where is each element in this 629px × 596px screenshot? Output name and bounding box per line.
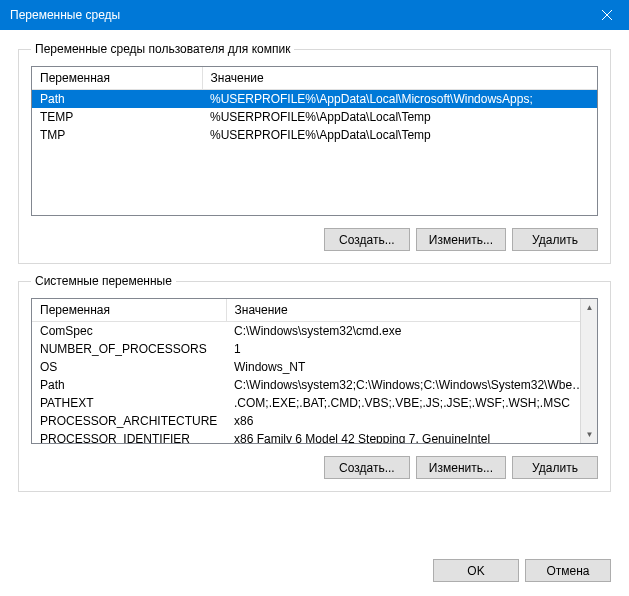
user-buttons-row: Создать... Изменить... Удалить [31,228,598,251]
table-row[interactable]: Path C:\Windows\system32;C:\Windows;C:\W… [32,376,597,394]
cell-variable: TMP [32,126,202,144]
user-edit-button[interactable]: Изменить... [416,228,506,251]
cell-value: .COM;.EXE;.BAT;.CMD;.VBS;.VBE;.JS;.JSE;.… [226,394,597,412]
cell-variable: Path [32,90,202,109]
cancel-button[interactable]: Отмена [525,559,611,582]
cell-value: C:\Windows\system32\cmd.exe [226,322,597,341]
user-col-variable[interactable]: Переменная [32,67,202,90]
table-row[interactable]: PROCESSOR_IDENTIFIER x86 Family 6 Model … [32,430,597,444]
scroll-down-icon[interactable]: ▼ [581,426,598,443]
close-button[interactable] [584,0,629,30]
titlebar: Переменные среды [0,0,629,30]
cell-value: C:\Windows\system32;C:\Windows;C:\Window… [226,376,597,394]
cell-variable: PROCESSOR_ARCHITECTURE [32,412,226,430]
system-vars-legend: Системные переменные [31,274,176,288]
cell-variable: Path [32,376,226,394]
user-vars-group: Переменные среды пользователя для компик… [18,42,611,264]
cell-value: %USERPROFILE%\AppData\Local\Microsoft\Wi… [202,90,597,109]
scrollbar[interactable]: ▲ ▼ [580,299,597,443]
cell-variable: OS [32,358,226,376]
table-row[interactable]: OS Windows_NT [32,358,597,376]
cell-variable: PROCESSOR_IDENTIFIER [32,430,226,444]
user-vars-legend: Переменные среды пользователя для компик [31,42,294,56]
user-vars-table-wrap: Переменная Значение Path %USERPROFILE%\A… [31,66,598,216]
close-icon [602,10,612,20]
dialog-footer: OK Отмена [18,553,611,582]
table-row[interactable]: PROCESSOR_ARCHITECTURE x86 [32,412,597,430]
env-vars-dialog: Переменные среды Переменные среды пользо… [0,0,629,596]
user-create-button[interactable]: Создать... [324,228,410,251]
system-buttons-row: Создать... Изменить... Удалить [31,456,598,479]
cell-value: x86 [226,412,597,430]
window-title: Переменные среды [10,8,120,22]
cell-value: x86 Family 6 Model 42 Stepping 7, Genuin… [226,430,597,444]
table-row[interactable]: TMP %USERPROFILE%\AppData\Local\Temp [32,126,597,144]
cell-variable: PATHEXT [32,394,226,412]
table-row[interactable]: NUMBER_OF_PROCESSORS 1 [32,340,597,358]
system-create-button[interactable]: Создать... [324,456,410,479]
ok-button[interactable]: OK [433,559,519,582]
cell-value: %USERPROFILE%\AppData\Local\Temp [202,108,597,126]
cell-variable: NUMBER_OF_PROCESSORS [32,340,226,358]
scroll-up-icon[interactable]: ▲ [581,299,598,316]
cell-value: %USERPROFILE%\AppData\Local\Temp [202,126,597,144]
cell-value: Windows_NT [226,358,597,376]
user-col-value[interactable]: Значение [202,67,597,90]
sys-col-variable[interactable]: Переменная [32,299,226,322]
table-row[interactable]: Path %USERPROFILE%\AppData\Local\Microso… [32,90,597,109]
system-vars-table-wrap: Переменная Значение ComSpec C:\Windows\s… [31,298,598,444]
user-vars-table[interactable]: Переменная Значение Path %USERPROFILE%\A… [32,67,597,144]
sys-col-value[interactable]: Значение [226,299,597,322]
table-row[interactable]: ComSpec C:\Windows\system32\cmd.exe [32,322,597,341]
table-row[interactable]: PATHEXT .COM;.EXE;.BAT;.CMD;.VBS;.VBE;.J… [32,394,597,412]
user-delete-button[interactable]: Удалить [512,228,598,251]
system-vars-table[interactable]: Переменная Значение ComSpec C:\Windows\s… [32,299,597,444]
system-edit-button[interactable]: Изменить... [416,456,506,479]
table-row[interactable]: TEMP %USERPROFILE%\AppData\Local\Temp [32,108,597,126]
cell-value: 1 [226,340,597,358]
system-vars-group: Системные переменные Переменная Значение… [18,274,611,492]
dialog-content: Переменные среды пользователя для компик… [0,30,629,596]
cell-variable: TEMP [32,108,202,126]
system-delete-button[interactable]: Удалить [512,456,598,479]
cell-variable: ComSpec [32,322,226,341]
